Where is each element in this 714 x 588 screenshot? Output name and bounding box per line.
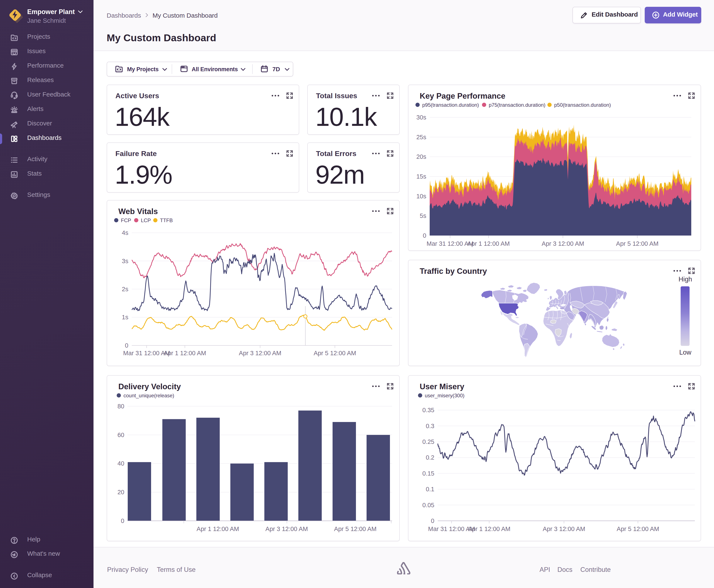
svg-text:Traffic by Country: Traffic by Country — [420, 267, 487, 275]
svg-text:Apr 3 12:00 AM: Apr 3 12:00 AM — [543, 525, 585, 532]
svg-text:Mar 31 12:00 AM: Mar 31 12:00 AM — [427, 240, 474, 247]
svg-text:20: 20 — [117, 489, 124, 496]
svg-text:5s: 5s — [420, 212, 426, 219]
svg-text:30s: 30s — [416, 114, 426, 121]
svg-text:4s: 4s — [122, 229, 128, 236]
svg-text:Apr 3 12:00 AM: Apr 3 12:00 AM — [239, 350, 281, 357]
svg-text:0: 0 — [125, 342, 128, 349]
svg-text:user_misery(300): user_misery(300) — [425, 393, 464, 398]
svg-text:0: 0 — [423, 232, 426, 239]
svg-text:0.35: 0.35 — [423, 407, 434, 414]
svg-text:1s: 1s — [122, 314, 128, 320]
svg-text:Apr 1 12:00 AM: Apr 1 12:00 AM — [164, 350, 206, 357]
svg-text:60: 60 — [117, 432, 124, 438]
svg-text:0: 0 — [431, 518, 434, 524]
svg-text:0.2: 0.2 — [426, 454, 434, 461]
svg-text:92m: 92m — [315, 160, 364, 189]
svg-text:25s: 25s — [416, 134, 426, 141]
svg-text:p75(transaction.duration): p75(transaction.duration) — [489, 102, 545, 108]
svg-text:Key Page Performance: Key Page Performance — [420, 92, 505, 100]
svg-text:0.15: 0.15 — [423, 470, 434, 477]
svg-text:80: 80 — [117, 403, 124, 410]
svg-text:10.1k: 10.1k — [315, 103, 377, 131]
svg-text:count_unique(release): count_unique(release) — [124, 393, 174, 398]
svg-text:0.1: 0.1 — [426, 486, 434, 492]
svg-text:2s: 2s — [122, 286, 128, 293]
svg-text:Delivery Velocity: Delivery Velocity — [118, 382, 181, 391]
svg-text:FCP: FCP — [121, 217, 131, 223]
svg-text:Active Users: Active Users — [115, 92, 159, 100]
svg-text:0: 0 — [121, 518, 124, 524]
svg-text:p50(transaction.duration): p50(transaction.duration) — [554, 102, 611, 108]
svg-text:Total Errors: Total Errors — [316, 149, 356, 158]
svg-text:Web Vitals: Web Vitals — [118, 207, 158, 216]
svg-text:Mar 31 12:00 AM: Mar 31 12:00 AM — [123, 350, 170, 357]
svg-text:Apr 3 12:00 AM: Apr 3 12:00 AM — [265, 525, 308, 532]
svg-text:Apr 5 12:00 AM: Apr 5 12:00 AM — [616, 240, 658, 247]
svg-text:10s: 10s — [416, 193, 426, 200]
svg-text:Apr 1 12:00 AM: Apr 1 12:00 AM — [197, 525, 239, 532]
svg-text:0.25: 0.25 — [423, 438, 434, 445]
svg-text:Failure Rate: Failure Rate — [115, 149, 157, 158]
svg-text:Apr 5 12:00 AM: Apr 5 12:00 AM — [313, 350, 356, 357]
svg-text:LCP: LCP — [141, 217, 151, 223]
svg-text:0.05: 0.05 — [423, 502, 434, 508]
svg-text:164k: 164k — [115, 103, 170, 131]
svg-text:Apr 3 12:00 AM: Apr 3 12:00 AM — [542, 240, 584, 247]
svg-text:Total Issues: Total Issues — [316, 92, 357, 100]
svg-text:1.9%: 1.9% — [115, 160, 172, 189]
svg-text:Apr 5 12:00 AM: Apr 5 12:00 AM — [334, 525, 376, 532]
svg-text:0.3: 0.3 — [426, 423, 434, 429]
svg-text:3s: 3s — [122, 258, 128, 265]
svg-text:Apr 5 12:00 AM: Apr 5 12:00 AM — [617, 525, 659, 532]
svg-text:User Misery: User Misery — [420, 382, 464, 391]
svg-text:Apr 1 12:00 AM: Apr 1 12:00 AM — [467, 240, 510, 247]
svg-text:Apr 1 12:00 AM: Apr 1 12:00 AM — [468, 525, 511, 532]
svg-text:p95(transaction.duration): p95(transaction.duration) — [422, 102, 479, 108]
svg-text:20s: 20s — [416, 153, 426, 160]
svg-text:40: 40 — [117, 460, 124, 467]
svg-text:TTFB: TTFB — [160, 217, 173, 223]
svg-text:15s: 15s — [416, 173, 426, 180]
